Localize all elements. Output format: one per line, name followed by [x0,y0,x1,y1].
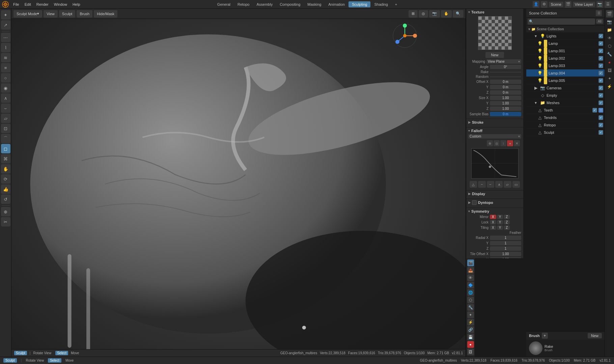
tool-layer[interactable]: ≡ [1,63,10,72]
tool-claystrip[interactable]: ≋ [1,53,10,62]
tiling-y-btn[interactable]: Y [497,225,503,230]
tool-smooth[interactable]: ⌣ [1,103,10,113]
lamp0-vis[interactable]: ✓ [598,41,603,46]
mirror-x-btn[interactable]: X [490,215,496,219]
props-render-icon[interactable]: 🎬 [467,260,474,266]
props-physics-icon[interactable]: ⚡ [467,319,474,326]
menu-window[interactable]: Window [52,2,69,7]
tab-general[interactable]: General [214,1,234,7]
brush-menu[interactable]: Brush [77,10,92,18]
props-data-icon[interactable]: 💾 [467,334,474,340]
scene-label[interactable]: Scene [549,2,563,7]
offset-z-value[interactable]: 0 m [490,90,521,95]
tool-inflate[interactable]: ○ [1,73,10,83]
dyntopo-checkbox[interactable] [472,200,477,205]
props-modifier-icon[interactable]: 🔧 [467,304,474,311]
props-scene-icon[interactable]: 🔷 [467,282,474,289]
gizmo-widget[interactable] [391,22,418,49]
tool-move[interactable]: ↗ [1,20,10,30]
tab-shading[interactable]: Shading [371,1,391,7]
viewlayer-label[interactable]: View Layer [573,2,595,7]
status-mode-btn[interactable]: Sculpt [3,358,17,363]
tool-rotate-tool[interactable]: ↺ [1,194,10,204]
outliner-cameras[interactable]: ▶ 📷 Cameras ✓ [526,84,605,92]
outliner-sculpt[interactable]: △ Sculpt ✓ [526,129,605,136]
viewport-hand[interactable]: ✋ [441,10,452,18]
texture-new-btn[interactable]: New [485,52,504,58]
outliner-filter-btn[interactable]: ☰ [596,10,602,16]
falloff-btn-5[interactable]: ⏥ [504,181,511,188]
tab-compositing[interactable]: Compositing [276,1,304,7]
settings-icon[interactable]: ⚙ [541,1,548,8]
outliner-lamp-2[interactable]: 💡 Lamp.002 ✓ [526,55,605,62]
tool-snake-hook[interactable]: ⟳ [1,174,10,184]
outliner-meshes-group[interactable]: ▾ 📁 Meshes ✓ [526,99,605,107]
lights-vis[interactable]: ✓ [598,34,603,38]
sample-bias-value[interactable]: 0 m [490,112,521,116]
lock-z-btn[interactable]: Z [504,220,510,224]
tiling-z-btn[interactable]: Z [504,225,510,230]
lamp3-vis[interactable]: ✓ [598,63,603,68]
radial-x-value[interactable]: 1 [490,236,521,240]
angle-value[interactable]: 0° [490,65,521,69]
tab-retopo[interactable]: Retopo [234,1,253,7]
outliner-lamp-5[interactable]: 💡 Lamp.005 ✓ [526,77,605,84]
size-y-value[interactable]: 1.00 [490,101,521,105]
graph-ctrl-dot[interactable]: ● [507,140,513,146]
outliner-lamp-4[interactable]: 💡 Lamp.004 ✓ [526,69,605,77]
offset-y-value[interactable]: 0 m [490,85,521,89]
outliner-lamp-3[interactable]: 💡 Lamp.003 ✓ [526,62,605,69]
tab-masking[interactable]: Masking [304,1,325,7]
offset-x-value[interactable]: 0 m [490,80,521,84]
size-x-value[interactable]: 1.00 [490,96,521,100]
brush-preview[interactable] [529,341,542,355]
falloff-btn-2[interactable]: ⌢ [478,181,485,188]
tab-sculpting[interactable]: Sculpting [348,1,370,7]
tool-clay[interactable]: ⌇ [1,43,10,52]
lamp5-vis[interactable]: ✓ [598,78,603,83]
graph-ctrl-2[interactable]: ◎ [494,140,500,146]
far-icon-view[interactable]: 👁 [606,34,613,42]
size-z-value[interactable]: 1.00 [490,107,521,111]
lamp1-vis[interactable]: ✓ [598,49,603,53]
radial-y-value[interactable]: 1 [490,241,521,245]
meshes-vis[interactable]: ✓ [598,100,603,105]
viewport-canvas[interactable]: 人人素材 RRCG 人人素材 RRCG 人人素材 RRCG www.rrcg.c… [11,9,466,357]
random-value[interactable] [490,77,521,77]
tool-transform[interactable]: ✂ [1,217,10,226]
sculpt-menu[interactable]: Sculpt [59,10,76,18]
teeth-vis[interactable]: ✓ [592,108,597,113]
tool-flatten[interactable]: ⏥ [1,114,10,123]
falloff-btn-3[interactable]: ⌣ [487,181,494,188]
mirror-y-btn[interactable]: Y [497,215,503,219]
far-icon-object[interactable]: ⬡ [606,42,613,50]
lock-y-btn[interactable]: Y [497,220,503,224]
tool-multires[interactable]: ◻ [1,144,10,153]
symmetry-header[interactable]: ▾ Symmetry [468,209,521,213]
user-icon[interactable]: 👤 [533,1,539,8]
texture-canvas[interactable] [478,16,512,50]
falloff-type-select[interactable]: Custom [468,134,521,139]
viewport-camera[interactable]: 📷 [429,10,440,18]
filter-icon[interactable]: ☰ [605,1,611,8]
tool-draw[interactable]: ⋯ [1,33,10,42]
menu-file[interactable]: File [11,2,22,7]
graph-ctrl-close[interactable]: ✕ [514,140,520,146]
mapping-select[interactable]: View Plane [486,59,521,64]
props-object-icon[interactable]: ⬡ [467,297,474,303]
brush-new-btn[interactable]: New [588,333,602,338]
view-menu[interactable]: View [44,10,58,18]
lamp4-vis[interactable]: ✓ [598,71,603,75]
status-select-btn[interactable]: Select [48,358,61,363]
far-icon-render[interactable]: 📷 [606,18,613,26]
outliner-retopo[interactable]: △ Retopo ✓ [526,121,605,129]
props-texture-icon[interactable]: 🖼 [467,348,474,355]
tool-mask[interactable]: ⊕ [1,207,10,216]
mode-selector[interactable]: Sculpt Mode ▾ [13,10,42,18]
brush-add-btn[interactable]: + [542,333,548,339]
filter-all[interactable]: All [596,19,603,24]
tool-fill[interactable]: ⊡ [1,124,10,133]
tile-offset-y-value[interactable]: 1.00 [490,257,521,258]
falloff-btn-6[interactable]: ▭ [512,181,520,188]
outliner-lights-group[interactable]: ▾ 💡 Lights ✓ [526,32,605,40]
